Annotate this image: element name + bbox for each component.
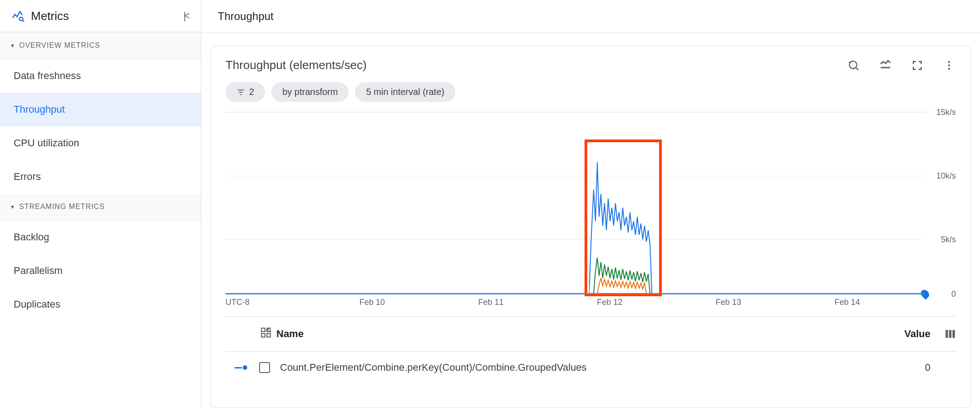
series-color-icon — [235, 365, 248, 370]
svg-point-6 — [948, 64, 950, 66]
legend-series-value: 0 — [925, 362, 930, 373]
svg-rect-15 — [949, 330, 951, 338]
x-tick-label: Feb 11 — [478, 298, 504, 307]
interval-chip[interactable]: 5 min interval (rate) — [355, 82, 455, 102]
svg-line-1 — [22, 20, 24, 22]
sidebar-item-errors[interactable]: Errors — [0, 160, 201, 194]
y-tick-label: 15k/s — [936, 108, 956, 117]
collapse-sidebar-button[interactable]: |< — [181, 8, 190, 24]
svg-line-3 — [856, 67, 859, 70]
chart-title: Throughput (elements/sec) — [225, 58, 847, 72]
legend-series-name: Count.PerElement/Combine.perKey(Count)/C… — [280, 362, 925, 373]
sidebar-title: Metrics — [31, 9, 175, 23]
svg-rect-16 — [952, 330, 955, 338]
svg-rect-13 — [267, 333, 270, 337]
svg-rect-12 — [261, 333, 265, 337]
chart-card: Throughput (elements/sec) — [210, 46, 971, 408]
timezone-label: UTC-8 — [225, 298, 250, 307]
page-title: Throughput — [201, 0, 980, 33]
x-tick-label: Feb 13 — [716, 298, 741, 307]
x-tick-label: Feb 14 — [835, 298, 860, 307]
filter-chip[interactable]: 2 — [225, 82, 265, 102]
x-axis: UTC-8 Feb 10 Feb 11 Feb 12 Feb 13 Feb 14 — [225, 294, 924, 312]
y-tick-label: 10k/s — [936, 171, 956, 181]
legend-select-icon[interactable] — [260, 327, 272, 341]
more-options-icon[interactable] — [942, 59, 956, 72]
chevron-down-icon: ▾ — [11, 42, 15, 49]
chevron-down-icon: ▾ — [11, 203, 15, 210]
section-label: OVERVIEW METRICS — [19, 41, 100, 50]
sidebar-item-parallelism[interactable]: Parallelism — [0, 254, 201, 288]
chart-series-spike — [589, 153, 662, 294]
legend-value-header[interactable]: Value — [905, 328, 930, 340]
filter-count: 2 — [249, 87, 254, 97]
svg-rect-14 — [945, 330, 948, 338]
fullscreen-icon[interactable] — [910, 59, 924, 72]
svg-point-5 — [948, 61, 950, 63]
x-tick-label: Feb 10 — [360, 298, 385, 307]
sidebar-item-duplicates[interactable]: Duplicates — [0, 288, 201, 321]
main-content: Throughput Throughput (elements/sec) — [201, 0, 980, 408]
sidebar-header: Metrics |< — [0, 0, 201, 32]
metrics-icon — [11, 8, 25, 24]
section-overview-metrics[interactable]: ▾ OVERVIEW METRICS — [0, 32, 201, 59]
legend-row[interactable]: Count.PerElement/Combine.perKey(Count)/C… — [225, 352, 956, 383]
throughput-chart[interactable]: 15k/s 10k/s 5k/s 0 UTC-8 Feb 10 — [225, 112, 956, 312]
legend-toggle-icon[interactable] — [879, 59, 892, 72]
legend-name-header[interactable]: Name — [276, 328, 304, 340]
reset-zoom-icon[interactable] — [847, 59, 860, 72]
x-tick-label: Feb 12 — [597, 298, 622, 307]
sidebar: Metrics |< ▾ OVERVIEW METRICS Data fresh… — [0, 0, 201, 408]
sidebar-item-cpu-utilization[interactable]: CPU utilization — [0, 126, 201, 160]
sidebar-item-backlog[interactable]: Backlog — [0, 220, 201, 254]
y-tick-label: 5k/s — [941, 235, 956, 244]
groupby-chip[interactable]: by ptransform — [271, 82, 349, 102]
sidebar-item-data-freshness[interactable]: Data freshness — [0, 59, 201, 93]
svg-rect-11 — [261, 328, 265, 332]
y-tick-label: 0 — [951, 289, 956, 299]
columns-icon[interactable] — [944, 328, 956, 340]
section-streaming-metrics[interactable]: ▾ STREAMING METRICS — [0, 194, 201, 220]
legend-header: Name Value — [225, 316, 956, 352]
section-label: STREAMING METRICS — [19, 203, 105, 211]
legend-checkbox[interactable] — [259, 362, 270, 373]
sidebar-item-throughput[interactable]: Throughput — [0, 93, 201, 126]
svg-point-7 — [948, 68, 950, 70]
